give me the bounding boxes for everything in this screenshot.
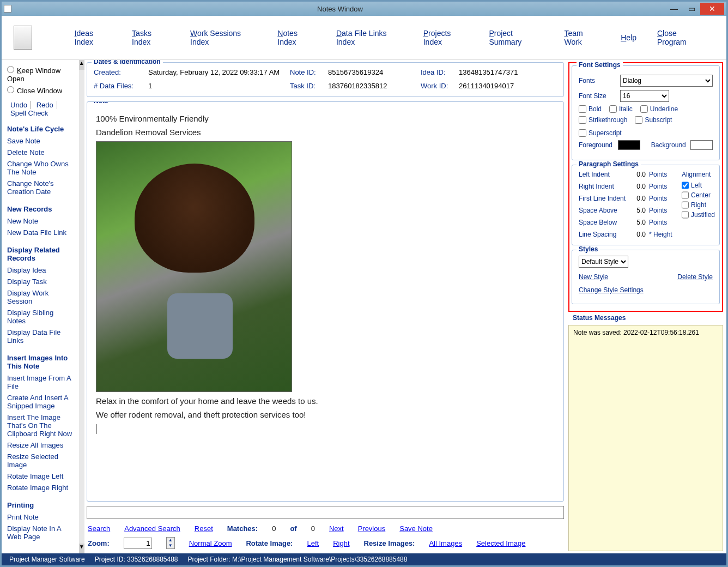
rotate-right-button[interactable]: Right	[333, 539, 349, 547]
save-note-link[interactable]: Save Note	[7, 135, 74, 147]
left-panel: Keep Window Open Close Window Undo Redo …	[2, 60, 79, 553]
menubar: Ideas Index Tasks Index Work Sessions In…	[2, 16, 726, 60]
display-idea-link[interactable]: Display Idea	[7, 264, 74, 276]
app-icon	[4, 5, 11, 13]
style-select[interactable]: Default Style	[579, 256, 628, 268]
menu-tasks-index[interactable]: Tasks Index	[132, 29, 169, 46]
superscript-checkbox[interactable]: Superscript	[579, 129, 622, 137]
next-button[interactable]: Next	[329, 524, 344, 533]
right-indent-value: 0.0	[630, 183, 649, 190]
previous-button[interactable]: Previous	[358, 524, 386, 533]
search-button[interactable]: Search	[88, 524, 110, 533]
taskid-label: Task ID:	[290, 82, 328, 90]
underline-checkbox[interactable]: Underline	[640, 105, 678, 113]
resize-all-link[interactable]: Resize All Images	[7, 439, 74, 451]
spellcheck-link[interactable]: Spell Check	[7, 109, 51, 117]
display-data-file-links-link[interactable]: Display Data File Links	[7, 327, 74, 346]
minimize-button[interactable]: —	[665, 3, 683, 15]
font-size-label: Font Size	[579, 92, 616, 100]
resize-all-button[interactable]: All Images	[429, 539, 462, 547]
menu-projects-index[interactable]: Projects Index	[423, 29, 469, 46]
save-note-button[interactable]: Save Note	[399, 524, 433, 533]
status-folder-label: Project Folder:	[188, 556, 230, 563]
redo-link[interactable]: Redo	[33, 101, 57, 109]
print-note-link[interactable]: Print Note	[7, 511, 74, 523]
background-swatch[interactable]	[690, 140, 713, 150]
insert-snipped-link[interactable]: Create And Insert A Snipped Image	[7, 392, 74, 412]
delete-note-link[interactable]: Delete Note	[7, 147, 74, 158]
menu-notes-index[interactable]: Notes Index	[277, 29, 316, 46]
normal-zoom-button[interactable]: Normal Zoom	[189, 539, 232, 547]
resize-selected-link[interactable]: Resize Selected Image	[7, 451, 74, 471]
insert-clipboard-link[interactable]: Insert The Image That's On The Clipboard…	[7, 412, 74, 439]
display-web-link[interactable]: Display Note In A Web Page	[7, 523, 74, 542]
menu-work-sessions-index[interactable]: Work Sessions Index	[190, 29, 257, 46]
rotate-left-link[interactable]: Rotate Image Left	[7, 471, 74, 482]
status-messages: Note was saved: 2022-02-12T09:56:18.261	[568, 325, 723, 551]
menu-data-file-links-index[interactable]: Data File Links Index	[336, 29, 403, 46]
search-input[interactable]	[87, 506, 564, 519]
menu-team-work[interactable]: Team Work	[564, 29, 600, 46]
delete-style-link[interactable]: Delete Style	[677, 273, 713, 281]
new-note-link[interactable]: New Note	[7, 215, 74, 227]
scroll-down-icon[interactable]: ▼	[79, 544, 84, 553]
files-value: 1	[148, 82, 290, 90]
window-title: Notes Window	[15, 5, 665, 13]
dates-fieldset: Dates & Identification Created: Saturday…	[87, 62, 564, 97]
insert-from-file-link[interactable]: Insert Image From A File	[7, 372, 74, 392]
menu-close-program[interactable]: Close Program	[657, 29, 705, 46]
rotate-right-link[interactable]: Rotate Image Right	[7, 482, 74, 493]
foreground-swatch[interactable]	[618, 140, 640, 150]
change-owner-link[interactable]: Change Who Owns The Note	[7, 158, 74, 178]
align-left-checkbox[interactable]: Left	[682, 182, 715, 189]
resize-selected-button[interactable]: Selected Image	[476, 539, 525, 547]
zoom-spinner[interactable]: ▲▼	[166, 537, 175, 549]
close-window-radio[interactable]: Close Window	[7, 85, 74, 96]
change-date-link[interactable]: Change Note's Creation Date	[7, 178, 74, 197]
keep-window-open-radio[interactable]: Keep Window Open	[7, 64, 74, 85]
status-projectid-label: Project ID:	[95, 556, 125, 563]
close-button[interactable]: ✕	[700, 3, 724, 15]
strike-checkbox[interactable]: Strikethrough	[579, 116, 627, 124]
align-right-checkbox[interactable]: Right	[682, 201, 715, 209]
dates-legend: Dates & Identification	[92, 60, 163, 65]
note-editor[interactable]: Note 100% Environmentally Friendly Dande…	[87, 101, 564, 502]
display-sibling-notes-link[interactable]: Display Sibling Notes	[7, 307, 74, 327]
menu-ideas-index[interactable]: Ideas Index	[75, 29, 111, 46]
display-work-session-link[interactable]: Display Work Session	[7, 287, 74, 307]
font-size-select[interactable]: 16	[620, 90, 669, 102]
menu-help[interactable]: Help	[621, 33, 636, 42]
new-style-link[interactable]: New Style	[579, 273, 608, 281]
taskid-value: 183760182335812	[328, 82, 421, 90]
align-center-checkbox[interactable]: Center	[682, 191, 715, 199]
alignment-label: Alignment	[682, 171, 715, 178]
left-scrollbar[interactable]: ▲ ▼	[79, 60, 84, 553]
zoom-input[interactable]	[124, 538, 152, 549]
undo-link[interactable]: Undo	[7, 101, 31, 109]
note-image[interactable]	[96, 141, 292, 392]
status-projectid-value: 33526268885488	[127, 556, 178, 563]
bold-checkbox[interactable]: Bold	[579, 105, 602, 113]
maximize-button[interactable]: ▭	[683, 3, 700, 15]
styles-legend: Styles	[577, 245, 600, 253]
ideaid-value: 136481351747371	[459, 68, 557, 76]
scroll-up-icon[interactable]: ▲	[79, 60, 84, 70]
advanced-search-button[interactable]: Advanced Search	[124, 524, 180, 533]
menu-project-summary[interactable]: Project Summary	[489, 29, 543, 46]
foreground-label: Foreground	[579, 141, 614, 149]
subscript-checkbox[interactable]: Subscript	[635, 116, 672, 124]
change-style-link[interactable]: Change Style Settings	[579, 286, 644, 294]
align-justified-checkbox[interactable]: Justified	[682, 211, 715, 219]
status-app-name: Project Manager Software	[9, 556, 85, 563]
new-data-file-link[interactable]: New Data File Link	[7, 227, 74, 238]
space-above-value: 5.0	[630, 207, 649, 214]
display-task-link[interactable]: Display Task	[7, 276, 74, 287]
note-line-2: Dandelion Removal Services	[96, 128, 555, 137]
styles-fieldset: Styles Default Style New Style Delete St…	[572, 250, 720, 304]
fonts-select[interactable]: Dialog	[620, 75, 713, 87]
status-folder-value: M:\Project Management Software\Projects\…	[232, 556, 408, 563]
of-label: of	[290, 524, 296, 533]
reset-button[interactable]: Reset	[195, 524, 213, 533]
rotate-left-button[interactable]: Left	[307, 539, 319, 547]
italic-checkbox[interactable]: Italic	[609, 105, 633, 113]
